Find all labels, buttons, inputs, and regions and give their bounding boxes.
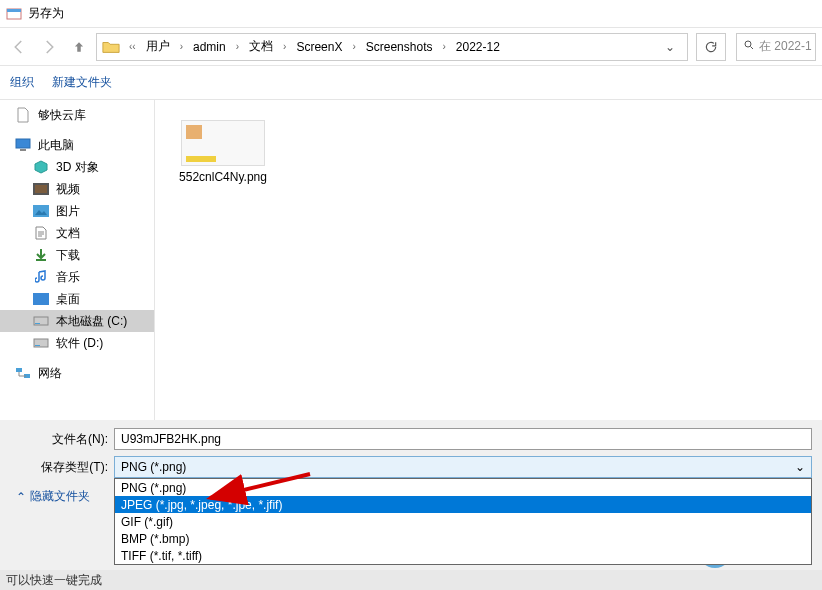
filetype-option[interactable]: TIFF (*.tif, *.tiff) xyxy=(115,547,811,564)
breadcrumb-item[interactable]: 文档 xyxy=(245,36,277,57)
svg-rect-4 xyxy=(20,149,26,151)
chevron-right-icon: › xyxy=(346,41,361,52)
filetype-option[interactable]: PNG (*.png) xyxy=(115,479,811,496)
music-icon xyxy=(32,269,50,285)
app-icon xyxy=(6,6,22,22)
sidebar-item-pictures[interactable]: 图片 xyxy=(0,200,154,222)
search-input[interactable]: 在 2022-1 xyxy=(736,33,816,61)
file-thumbnail xyxy=(181,120,265,166)
svg-rect-12 xyxy=(35,345,40,346)
file-item[interactable]: 552cnlC4Ny.png xyxy=(175,120,271,184)
sidebar-item-drive-d[interactable]: 软件 (D:) xyxy=(0,332,154,354)
chevron-right-icon: › xyxy=(277,41,292,52)
hide-folders-label: 隐藏文件夹 xyxy=(30,488,90,505)
sidebar-item-documents[interactable]: 文档 xyxy=(0,222,154,244)
filetype-option[interactable]: JPEG (*.jpg, *.jpeg, *.jpe, *.jfif) xyxy=(115,496,811,513)
svg-rect-8 xyxy=(33,293,49,305)
footer-bar: 可以快速一键完成 xyxy=(0,570,822,590)
chevron-icon: ‹‹ xyxy=(123,41,142,52)
svg-rect-6 xyxy=(35,185,47,193)
filetype-value: PNG (*.png) xyxy=(121,460,186,474)
filetype-display[interactable]: PNG (*.png) ⌄ xyxy=(114,456,812,478)
document-icon xyxy=(32,225,50,241)
sidebar-item-downloads[interactable]: 下载 xyxy=(0,244,154,266)
back-button[interactable] xyxy=(6,34,32,60)
svg-rect-1 xyxy=(7,9,21,12)
pc-icon xyxy=(14,137,32,153)
filename-label: 文件名(N): xyxy=(10,431,114,448)
filetype-label: 保存类型(T): xyxy=(10,459,114,476)
filename-input[interactable] xyxy=(114,428,812,450)
sidebar-item-3d[interactable]: 3D 对象 xyxy=(0,156,154,178)
new-folder-button[interactable]: 新建文件夹 xyxy=(52,74,112,91)
sidebar-item-desktop[interactable]: 桌面 xyxy=(0,288,154,310)
svg-rect-7 xyxy=(33,205,49,217)
desktop-icon xyxy=(32,291,50,307)
forward-button[interactable] xyxy=(36,34,62,60)
picture-icon xyxy=(32,203,50,219)
refresh-button[interactable] xyxy=(696,33,726,61)
save-form: 文件名(N): 保存类型(T): PNG (*.png) ⌄ PNG (*.pn… xyxy=(0,420,822,570)
svg-rect-10 xyxy=(35,323,40,324)
svg-rect-3 xyxy=(16,139,30,148)
title-text: 另存为 xyxy=(28,5,64,22)
filetype-option[interactable]: GIF (*.gif) xyxy=(115,513,811,530)
sidebar-item-drive-c[interactable]: 本地磁盘 (C:) xyxy=(0,310,154,332)
organize-menu[interactable]: 组织 xyxy=(10,74,34,91)
breadcrumb-item[interactable]: 2022-12 xyxy=(452,38,504,56)
sidebar-item-music[interactable]: 音乐 xyxy=(0,266,154,288)
breadcrumb-item[interactable]: ScreenX xyxy=(292,38,346,56)
up-button[interactable] xyxy=(66,34,92,60)
filetype-dropdown: PNG (*.png) JPEG (*.jpg, *.jpeg, *.jpe, … xyxy=(114,478,812,565)
breadcrumb-bar[interactable]: ‹‹ 用户 › admin › 文档 › ScreenX › Screensho… xyxy=(96,33,688,61)
download-icon xyxy=(32,247,50,263)
drive-icon xyxy=(32,313,50,329)
footer-text: 可以快速一键完成 xyxy=(6,572,102,589)
chevron-right-icon: › xyxy=(174,41,189,52)
cube-icon xyxy=(32,159,50,175)
breadcrumb-item[interactable]: admin xyxy=(189,38,230,56)
title-bar: 另存为 xyxy=(0,0,822,28)
folder-icon xyxy=(101,37,121,57)
breadcrumb-item[interactable]: 用户 xyxy=(142,36,174,57)
chevron-right-icon: › xyxy=(230,41,245,52)
svg-rect-13 xyxy=(16,368,22,372)
chevron-right-icon: › xyxy=(436,41,451,52)
sidebar-item-videos[interactable]: 视频 xyxy=(0,178,154,200)
network-icon xyxy=(14,365,32,381)
file-name: 552cnlC4Ny.png xyxy=(179,170,267,184)
sidebar-item-thispc[interactable]: 此电脑 xyxy=(0,134,154,156)
toolbar: 组织 新建文件夹 xyxy=(0,66,822,100)
filetype-combo[interactable]: PNG (*.png) ⌄ PNG (*.png) JPEG (*.jpg, *… xyxy=(114,456,812,478)
svg-point-2 xyxy=(745,41,751,47)
search-placeholder: 在 2022-1 xyxy=(759,38,812,55)
chevron-down-icon: ⌃ xyxy=(16,490,26,504)
chevron-down-icon[interactable]: ⌄ xyxy=(657,40,683,54)
sidebar-item-cloud[interactable]: 够快云库 xyxy=(0,104,154,126)
sidebar-item-network[interactable]: 网络 xyxy=(0,362,154,384)
drive-icon xyxy=(32,335,50,351)
chevron-down-icon: ⌄ xyxy=(795,460,805,474)
video-icon xyxy=(32,181,50,197)
search-icon xyxy=(743,39,755,54)
filetype-option[interactable]: BMP (*.bmp) xyxy=(115,530,811,547)
breadcrumb-item[interactable]: Screenshots xyxy=(362,38,437,56)
nav-bar: ‹‹ 用户 › admin › 文档 › ScreenX › Screensho… xyxy=(0,28,822,66)
document-icon xyxy=(14,107,32,123)
